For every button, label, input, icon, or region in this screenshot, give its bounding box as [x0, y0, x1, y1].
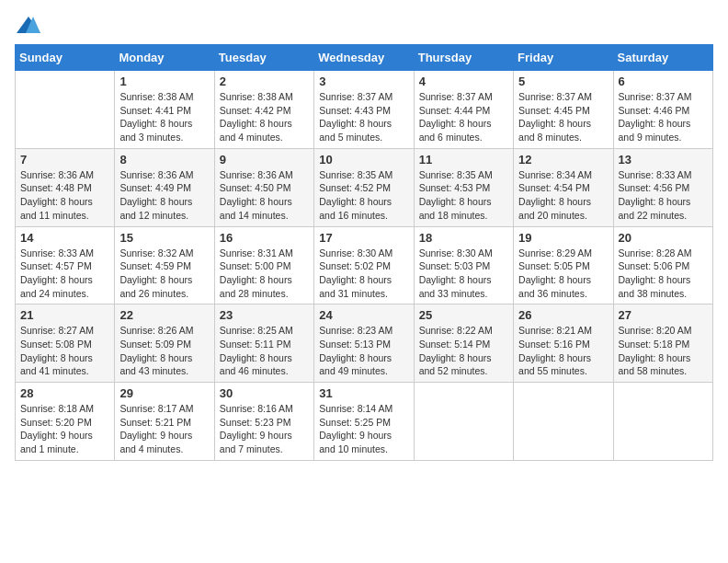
day-info: Sunrise: 8:14 AM Sunset: 5:25 PM Dayligh…: [319, 402, 408, 456]
day-info: Sunrise: 8:16 AM Sunset: 5:23 PM Dayligh…: [220, 402, 309, 456]
calendar-cell: 23Sunrise: 8:25 AM Sunset: 5:11 PM Dayli…: [214, 304, 313, 383]
calendar-cell: 16Sunrise: 8:31 AM Sunset: 5:00 PM Dayli…: [214, 226, 313, 304]
week-row-4: 21Sunrise: 8:27 AM Sunset: 5:08 PM Dayli…: [16, 304, 713, 383]
logo: [15, 15, 46, 37]
day-info: Sunrise: 8:22 AM Sunset: 5:14 PM Dayligh…: [419, 324, 508, 378]
day-info: Sunrise: 8:36 AM Sunset: 4:49 PM Dayligh…: [119, 168, 209, 223]
calendar-cell: 3Sunrise: 8:37 AM Sunset: 4:43 PM Daylig…: [314, 71, 414, 149]
day-info: Sunrise: 8:30 AM Sunset: 5:03 PM Dayligh…: [419, 247, 508, 301]
day-number: 7: [20, 153, 109, 167]
calendar-cell: 27Sunrise: 8:20 AM Sunset: 5:18 PM Dayli…: [613, 304, 712, 383]
calendar-cell: 10Sunrise: 8:35 AM Sunset: 4:52 PM Dayli…: [314, 148, 414, 226]
week-row-1: 1Sunrise: 8:38 AM Sunset: 4:41 PM Daylig…: [16, 71, 713, 149]
calendar-cell: 7Sunrise: 8:36 AM Sunset: 4:48 PM Daylig…: [16, 148, 115, 226]
calendar-cell: 11Sunrise: 8:35 AM Sunset: 4:53 PM Dayli…: [414, 148, 513, 226]
day-info: Sunrise: 8:17 AM Sunset: 5:21 PM Dayligh…: [119, 402, 209, 456]
calendar-cell: 28Sunrise: 8:18 AM Sunset: 5:20 PM Dayli…: [16, 383, 115, 461]
header: [15, 15, 713, 37]
day-number: 17: [319, 231, 408, 245]
day-info: Sunrise: 8:21 AM Sunset: 5:16 PM Dayligh…: [518, 324, 608, 378]
calendar-cell: 2Sunrise: 8:38 AM Sunset: 4:42 PM Daylig…: [214, 71, 313, 149]
calendar-body: 1Sunrise: 8:38 AM Sunset: 4:41 PM Daylig…: [16, 71, 713, 461]
day-info: Sunrise: 8:33 AM Sunset: 4:56 PM Dayligh…: [619, 168, 708, 223]
day-number: 21: [20, 308, 109, 322]
day-info: Sunrise: 8:37 AM Sunset: 4:46 PM Dayligh…: [619, 90, 708, 144]
day-of-week-tuesday: Tuesday: [214, 45, 313, 71]
day-number: 23: [220, 308, 309, 322]
day-number: 2: [220, 75, 309, 88]
calendar-table: SundayMondayTuesdayWednesdayThursdayFrid…: [15, 44, 713, 461]
day-of-week-thursday: Thursday: [414, 45, 513, 71]
day-number: 12: [518, 153, 608, 167]
calendar-cell: [613, 383, 712, 461]
day-info: Sunrise: 8:25 AM Sunset: 5:11 PM Dayligh…: [220, 324, 309, 378]
day-number: 15: [119, 231, 209, 245]
calendar-cell: 31Sunrise: 8:14 AM Sunset: 5:25 PM Dayli…: [314, 383, 414, 461]
day-number: 25: [419, 308, 508, 322]
day-of-week-wednesday: Wednesday: [314, 45, 414, 71]
calendar-cell: 29Sunrise: 8:17 AM Sunset: 5:21 PM Dayli…: [115, 383, 214, 461]
day-info: Sunrise: 8:29 AM Sunset: 5:05 PM Dayligh…: [518, 247, 608, 301]
day-info: Sunrise: 8:38 AM Sunset: 4:41 PM Dayligh…: [119, 90, 209, 144]
logo-icon: [15, 15, 42, 37]
calendar-cell: 26Sunrise: 8:21 AM Sunset: 5:16 PM Dayli…: [514, 304, 613, 383]
day-number: 18: [419, 231, 508, 245]
day-number: 14: [20, 231, 109, 245]
day-info: Sunrise: 8:36 AM Sunset: 4:50 PM Dayligh…: [220, 168, 309, 223]
day-number: 5: [518, 75, 608, 88]
week-row-5: 28Sunrise: 8:18 AM Sunset: 5:20 PM Dayli…: [16, 383, 713, 461]
day-info: Sunrise: 8:36 AM Sunset: 4:48 PM Dayligh…: [20, 168, 109, 223]
day-info: Sunrise: 8:32 AM Sunset: 4:59 PM Dayligh…: [119, 247, 209, 301]
calendar-cell: 5Sunrise: 8:37 AM Sunset: 4:45 PM Daylig…: [514, 71, 613, 149]
day-info: Sunrise: 8:35 AM Sunset: 4:53 PM Dayligh…: [419, 168, 508, 223]
calendar-header: SundayMondayTuesdayWednesdayThursdayFrid…: [16, 45, 713, 71]
day-number: 24: [319, 308, 408, 322]
day-number: 20: [619, 231, 708, 245]
day-number: 31: [319, 386, 408, 400]
day-number: 30: [220, 386, 309, 400]
day-number: 9: [220, 153, 309, 167]
day-info: Sunrise: 8:30 AM Sunset: 5:02 PM Dayligh…: [319, 247, 408, 301]
calendar-cell: 12Sunrise: 8:34 AM Sunset: 4:54 PM Dayli…: [514, 148, 613, 226]
day-number: 28: [20, 386, 109, 400]
day-info: Sunrise: 8:37 AM Sunset: 4:44 PM Dayligh…: [419, 90, 508, 144]
day-number: 3: [319, 75, 408, 88]
week-row-3: 14Sunrise: 8:33 AM Sunset: 4:57 PM Dayli…: [16, 226, 713, 304]
day-number: 10: [319, 153, 408, 167]
day-number: 6: [619, 75, 708, 88]
days-of-week-row: SundayMondayTuesdayWednesdayThursdayFrid…: [16, 45, 713, 71]
day-number: 8: [119, 153, 209, 167]
day-info: Sunrise: 8:23 AM Sunset: 5:13 PM Dayligh…: [319, 324, 408, 378]
day-of-week-friday: Friday: [514, 45, 613, 71]
calendar-cell: 4Sunrise: 8:37 AM Sunset: 4:44 PM Daylig…: [414, 71, 513, 149]
week-row-2: 7Sunrise: 8:36 AM Sunset: 4:48 PM Daylig…: [16, 148, 713, 226]
calendar-cell: 6Sunrise: 8:37 AM Sunset: 4:46 PM Daylig…: [613, 71, 712, 149]
calendar-cell: 25Sunrise: 8:22 AM Sunset: 5:14 PM Dayli…: [414, 304, 513, 383]
calendar-cell: [414, 383, 513, 461]
day-info: Sunrise: 8:18 AM Sunset: 5:20 PM Dayligh…: [20, 402, 109, 456]
day-info: Sunrise: 8:26 AM Sunset: 5:09 PM Dayligh…: [119, 324, 209, 378]
day-number: 29: [119, 386, 209, 400]
day-number: 27: [619, 308, 708, 322]
calendar-cell: 24Sunrise: 8:23 AM Sunset: 5:13 PM Dayli…: [314, 304, 414, 383]
day-number: 13: [619, 153, 708, 167]
calendar-cell: 9Sunrise: 8:36 AM Sunset: 4:50 PM Daylig…: [214, 148, 313, 226]
calendar-cell: 30Sunrise: 8:16 AM Sunset: 5:23 PM Dayli…: [214, 383, 313, 461]
day-info: Sunrise: 8:37 AM Sunset: 4:43 PM Dayligh…: [319, 90, 408, 144]
day-info: Sunrise: 8:37 AM Sunset: 4:45 PM Dayligh…: [518, 90, 608, 144]
day-number: 16: [220, 231, 309, 245]
calendar-cell: [514, 383, 613, 461]
calendar-cell: 18Sunrise: 8:30 AM Sunset: 5:03 PM Dayli…: [414, 226, 513, 304]
day-number: 22: [119, 308, 209, 322]
day-number: 4: [419, 75, 508, 88]
calendar-cell: 20Sunrise: 8:28 AM Sunset: 5:06 PM Dayli…: [613, 226, 712, 304]
calendar-cell: [16, 71, 115, 149]
calendar-cell: 22Sunrise: 8:26 AM Sunset: 5:09 PM Dayli…: [115, 304, 214, 383]
calendar-cell: 21Sunrise: 8:27 AM Sunset: 5:08 PM Dayli…: [16, 304, 115, 383]
day-of-week-monday: Monday: [115, 45, 214, 71]
calendar-cell: 13Sunrise: 8:33 AM Sunset: 4:56 PM Dayli…: [613, 148, 712, 226]
day-info: Sunrise: 8:28 AM Sunset: 5:06 PM Dayligh…: [619, 247, 708, 301]
day-number: 1: [119, 75, 209, 88]
day-info: Sunrise: 8:35 AM Sunset: 4:52 PM Dayligh…: [319, 168, 408, 223]
calendar-cell: 15Sunrise: 8:32 AM Sunset: 4:59 PM Dayli…: [115, 226, 214, 304]
